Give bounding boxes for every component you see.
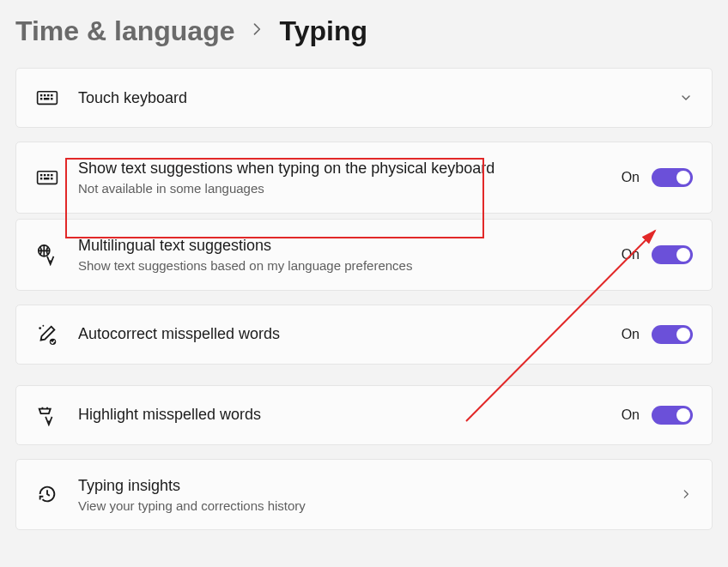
highlight-title: Highlight misspelled words [78, 404, 603, 425]
autocorrect-state: On [622, 327, 640, 342]
settings-content: Touch keyboard Show text suggestions whe… [0, 57, 728, 530]
autocorrect-row: Autocorrect misspelled words On [15, 305, 713, 365]
svg-rect-13 [40, 178, 42, 179]
chevron-right-icon [679, 487, 693, 501]
insights-actions [679, 487, 693, 501]
svg-point-17 [39, 327, 41, 329]
text-suggestions-title: Show text suggestions when typing on the… [78, 158, 603, 178]
keyboard-icon [35, 86, 59, 110]
touch-keyboard-row[interactable]: Touch keyboard [15, 68, 713, 128]
multilingual-body: Multilingual text suggestions Show text … [78, 235, 603, 274]
autocorrect-title: Autocorrect misspelled words [78, 323, 603, 344]
multilingual-toggle[interactable] [652, 245, 693, 264]
highlight-body: Highlight misspelled words [78, 404, 603, 425]
history-icon [35, 482, 59, 506]
autocorrect-actions: On [622, 325, 693, 344]
svg-rect-11 [47, 174, 49, 176]
breadcrumb: Time & language Typing [0, 0, 728, 57]
highlight-misspell-icon [35, 403, 59, 427]
multilingual-state: On [622, 247, 640, 262]
text-suggestions-toggle[interactable] [652, 168, 693, 187]
multilingual-title: Multilingual text suggestions [78, 235, 603, 256]
chevron-down-icon [679, 91, 693, 105]
svg-rect-3 [47, 94, 49, 96]
highlight-row: Highlight misspelled words On [15, 385, 713, 445]
insights-title: Typing insights [78, 475, 660, 496]
autocorrect-icon [35, 323, 59, 347]
multilingual-row: Multilingual text suggestions Show text … [15, 219, 713, 291]
breadcrumb-parent[interactable]: Time & language [15, 15, 234, 47]
svg-rect-4 [51, 94, 52, 96]
text-suggestions-row: Show text suggestions when typing on the… [15, 142, 713, 214]
touch-keyboard-body: Touch keyboard [78, 87, 660, 108]
chevron-right-icon [248, 21, 265, 43]
svg-rect-6 [44, 98, 50, 100]
breadcrumb-current: Typing [279, 15, 367, 47]
multilingual-actions: On [622, 245, 693, 264]
autocorrect-body: Autocorrect misspelled words [78, 323, 603, 344]
svg-rect-2 [44, 94, 46, 96]
keyboard-icon [35, 166, 59, 190]
text-suggestions-state: On [622, 170, 640, 185]
insights-row[interactable]: Typing insights View your typing and cor… [15, 459, 713, 531]
autocorrect-toggle[interactable] [652, 325, 693, 344]
text-suggestions-sub: Not available in some languages [78, 180, 603, 197]
svg-rect-10 [44, 174, 46, 176]
globe-translate-icon [35, 243, 59, 267]
svg-rect-1 [40, 94, 42, 96]
insights-sub: View your typing and corrections history [78, 498, 660, 515]
svg-rect-7 [51, 98, 52, 100]
insights-body: Typing insights View your typing and cor… [78, 475, 660, 515]
svg-rect-14 [44, 178, 50, 179]
text-suggestions-actions: On [622, 168, 693, 187]
highlight-actions: On [622, 406, 693, 425]
highlight-state: On [622, 407, 640, 423]
multilingual-sub: Show text suggestions based on my langua… [78, 257, 603, 274]
touch-keyboard-actions [679, 91, 693, 105]
svg-point-18 [42, 324, 44, 326]
svg-rect-9 [40, 174, 42, 176]
highlight-toggle[interactable] [652, 406, 693, 425]
svg-rect-12 [51, 174, 52, 176]
touch-keyboard-title: Touch keyboard [78, 87, 660, 108]
text-suggestions-body: Show text suggestions when typing on the… [78, 158, 603, 197]
svg-rect-5 [40, 98, 42, 100]
svg-rect-15 [51, 178, 52, 179]
svg-point-19 [50, 338, 56, 344]
